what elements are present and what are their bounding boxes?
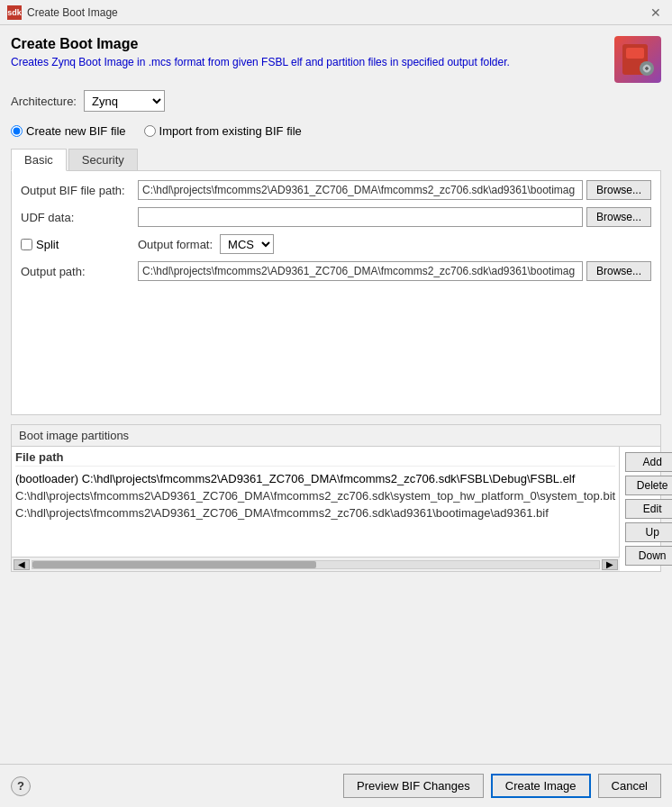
window-title: Create Boot Image <box>27 6 118 19</box>
footer-left: ? <box>11 776 31 796</box>
help-button[interactable]: ? <box>11 776 31 796</box>
title-bar: sdk Create Boot Image ✕ <box>0 0 672 25</box>
scrollbar-thumb <box>32 561 316 568</box>
output-path-input[interactable] <box>138 261 583 281</box>
split-label: Split <box>36 238 59 251</box>
partitions-title: Boot image partitions <box>19 429 129 442</box>
udf-label: UDF data: <box>21 211 138 224</box>
up-button[interactable]: Up <box>625 522 672 542</box>
output-path-browse-button[interactable]: Browse... <box>586 261 651 281</box>
split-checkbox-label[interactable]: Split <box>21 238 138 251</box>
output-format-label: Output format: <box>138 238 213 251</box>
create-image-button[interactable]: Create Image <box>491 774 591 798</box>
create-new-radio[interactable]: Create new BIF file <box>11 124 126 138</box>
partitions-body: File path (bootloader) C:\hdl\projects\f… <box>12 447 660 571</box>
bif-source-row: Create new BIF file Import from existing… <box>11 121 661 141</box>
scroll-right-button[interactable]: ▶ <box>602 559 618 570</box>
create-new-label: Create new BIF file <box>26 124 126 138</box>
tabs-container: Basic Security Output BIF file path: Bro… <box>11 149 661 415</box>
import-existing-label: Import from existing BIF file <box>159 124 302 138</box>
edit-button[interactable]: Edit <box>625 499 672 519</box>
partitions-header: Boot image partitions <box>12 425 660 447</box>
create-new-radio-input[interactable] <box>11 125 23 137</box>
close-button[interactable]: ✕ <box>647 4 665 22</box>
footer: ? Preview BIF Changes Create Image Cance… <box>0 764 672 807</box>
output-path-row: Output path: Browse... <box>21 261 651 281</box>
dialog-title: Create Boot Image <box>11 36 510 52</box>
delete-button[interactable]: Delete <box>625 476 672 495</box>
partitions-column-header: File path <box>15 450 615 467</box>
footer-right: Preview BIF Changes Create Image Cancel <box>343 774 661 798</box>
partitions-section: Boot image partitions File path (bootloa… <box>11 424 661 572</box>
tab-security[interactable]: Security <box>68 149 138 170</box>
output-bif-input[interactable] <box>138 180 583 200</box>
dialog-body: Create Boot Image Creates Zynq Boot Imag… <box>0 25 672 415</box>
output-bif-row: Output BIF file path: Browse... <box>21 180 651 200</box>
udf-input[interactable] <box>138 207 583 227</box>
svg-rect-1 <box>626 48 644 59</box>
header-icon <box>614 36 661 83</box>
empty-area <box>21 288 651 405</box>
tab-bar: Basic Security <box>11 149 661 171</box>
output-path-label: Output path: <box>21 265 138 278</box>
list-item[interactable]: C:\hdl\projects\fmcomms2\AD9361_ZC706_DM… <box>15 487 615 504</box>
architecture-row: Architecture: Zynq Zynq UltraScale+ Micr… <box>11 90 661 112</box>
scrollbar-track[interactable] <box>32 560 600 569</box>
udf-row: UDF data: Browse... <box>21 207 651 227</box>
dialog-header: Create Boot Image Creates Zynq Boot Imag… <box>11 36 661 83</box>
down-button[interactable]: Down <box>625 546 672 566</box>
split-checkbox[interactable] <box>21 239 32 250</box>
import-existing-radio[interactable]: Import from existing BIF file <box>144 124 302 138</box>
boot-icon-svg <box>621 42 655 77</box>
partitions-buttons: Add Delete Edit Up Down <box>620 447 672 571</box>
tab-basic[interactable]: Basic <box>11 149 67 171</box>
arch-label: Architecture: <box>11 95 77 108</box>
sdk-icon: sdk <box>7 5 22 20</box>
list-item[interactable]: C:\hdl\projects\fmcomms2\AD9361_ZC706_DM… <box>15 504 615 521</box>
import-existing-radio-input[interactable] <box>144 125 156 137</box>
architecture-select[interactable]: Zynq Zynq UltraScale+ MicroBlaze <box>84 90 165 112</box>
udf-browse-button[interactable]: Browse... <box>586 207 651 227</box>
format-row: Output format: MCS BIN <box>138 234 274 254</box>
scroll-left-button[interactable]: ◀ <box>14 559 30 570</box>
horizontal-scrollbar[interactable]: ◀ ▶ <box>12 557 620 571</box>
output-bif-label: Output BIF file path: <box>21 184 138 197</box>
output-bif-browse-button[interactable]: Browse... <box>586 180 651 200</box>
list-item[interactable]: (bootloader) C:\hdl\projects\fmcomms2\AD… <box>15 470 615 487</box>
cancel-button[interactable]: Cancel <box>598 774 661 798</box>
split-format-row: Split Output format: MCS BIN <box>21 234 651 254</box>
tab-content-basic: Output BIF file path: Browse... UDF data… <box>11 171 661 415</box>
output-format-select[interactable]: MCS BIN <box>220 234 274 254</box>
dialog-subtitle: Creates Zynq Boot Image in .mcs format f… <box>11 56 510 68</box>
preview-bif-button[interactable]: Preview BIF Changes <box>343 774 484 798</box>
partitions-list[interactable]: File path (bootloader) C:\hdl\projects\f… <box>12 447 620 557</box>
add-button[interactable]: Add <box>625 452 672 472</box>
